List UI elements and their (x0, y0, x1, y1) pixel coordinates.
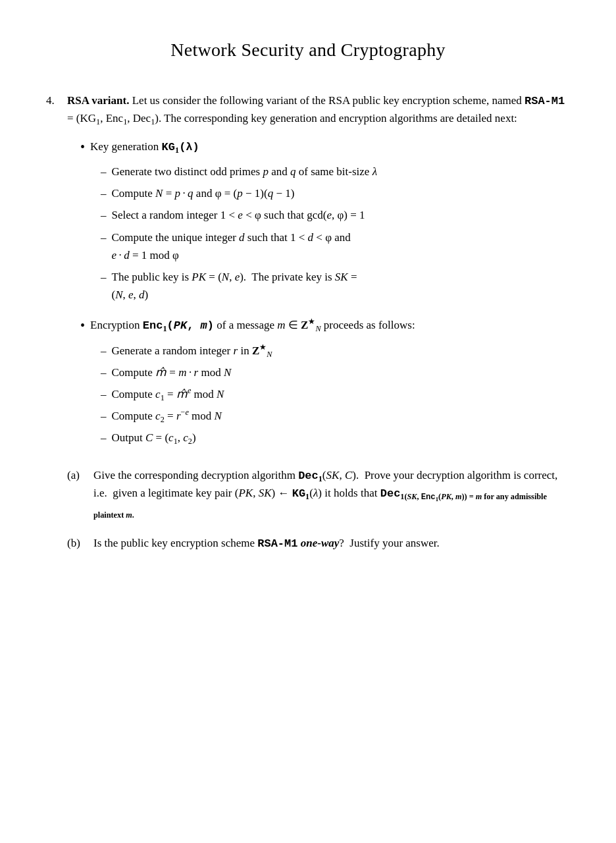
kg1-sub-a: 1 (305, 492, 309, 501)
problem-header: 4. RSA variant. Let us consider the foll… (46, 92, 570, 567)
enc-step-5: – Output C = (c1, c2) (101, 429, 570, 447)
bullet-dot-enc: • (80, 317, 85, 450)
enc-dash-2: – (101, 364, 107, 381)
bullet-keygen-content: Key generation KG1(λ) – Generate two dis… (90, 138, 570, 308)
keygen-step-3: – Select a random integer 1 < e < φ such… (101, 206, 570, 224)
enc-step-3: – Compute c1 = m̂e mod N (101, 385, 570, 403)
bullet-list: • Key generation KG1(λ) – Generate two d… (80, 138, 570, 451)
part-b-body: Is the public key encryption scheme RSA-… (93, 535, 570, 553)
part-a-label: (a) (67, 467, 88, 520)
keygen-step-4: – Compute the unique integer d such that… (101, 229, 570, 264)
rsa-name: RSA-M1 (525, 95, 565, 107)
part-a-body: Give the corresponding decryption algori… (93, 467, 570, 520)
enc-dash-4: – (101, 407, 107, 425)
enc-args: (PK, m) (167, 319, 214, 332)
rsa-dec: , Dec (127, 112, 151, 124)
keygen-mono: KG (162, 141, 175, 153)
problem-body: RSA variant. Let us consider the followi… (67, 92, 570, 567)
dec1-sub-a: 1 (319, 474, 322, 483)
keygen-step-5: – The public key is PK = (N, e). The pri… (101, 268, 570, 304)
enc-of: of a message m ∈ Z★N proceeds as fol­low… (214, 319, 415, 331)
dash-5: – (101, 268, 107, 304)
bullet-enc-content: Encryption Enc1(PK, m) of a message m ∈ … (90, 317, 570, 450)
rsa-enc: , Enc (100, 112, 123, 124)
keygen-step-1: – Generate two distinct odd primes p and… (101, 163, 570, 180)
dash-2: – (101, 184, 107, 202)
dec1-sub-a2: 1(SK, Enc1(PK, m)) = m for any admissibl… (93, 492, 547, 519)
keygen-step-3-text: Select a random integer 1 < e < φ such t… (112, 206, 570, 224)
sub-part-b: (b) Is the public key encryption scheme … (67, 535, 570, 553)
enc-mono: Enc (143, 319, 163, 332)
keygen-step-5-text: The public key is PK = (N, e). The priva… (112, 268, 570, 304)
keygen-label: Key generation (90, 140, 162, 153)
dash-3: – (101, 206, 107, 224)
problem-intro: Let us consider the following variant of… (132, 94, 525, 107)
enc-dash-list: – Generate a random integer r in Z★N – C… (101, 342, 570, 447)
enc-dash-1: – (101, 342, 107, 360)
enc-step-2: – Compute m̂ = m · r mod N (101, 364, 570, 381)
problem-number: 4. (46, 92, 67, 567)
keygen-step-1-text: Generate two distinct odd primes p and q… (112, 163, 570, 180)
keygen-lambda: (λ) (179, 141, 199, 153)
keygen-step-2: – Compute N = p · q and φ = (p − 1)(q − … (101, 184, 570, 202)
keygen-step-2-text: Compute N = p · q and φ = (p − 1)(q − 1) (112, 184, 570, 202)
problem-label: RSA variant. (67, 94, 129, 107)
keygen-dash-list: – Generate two distinct odd primes p and… (101, 163, 570, 304)
keygen-step-4-text: Compute the unique integer d such that 1… (112, 229, 570, 264)
page-title: Network Security and Cryptography (46, 40, 570, 61)
rsa-paren: ). The corresponding key generation and … (155, 112, 517, 124)
enc1-sub-a: 1 (436, 497, 438, 503)
enc-dash-5: – (101, 429, 107, 447)
enc-step-1-text: Generate a random integer r in Z★N (112, 342, 570, 360)
part-b-label: (b) (67, 535, 88, 553)
dash-1: – (101, 163, 107, 180)
bullet-enc: • Encryption Enc1(PK, m) of a message m … (80, 317, 570, 450)
enc-step-4-text: Compute c2 = r−e mod N (112, 407, 570, 425)
rsa-equals: = (KG (67, 112, 96, 124)
enc-step-5-text: Output C = (c1, c2) (112, 429, 570, 447)
enc-step-4: – Compute c2 = r−e mod N (101, 407, 570, 425)
enc-step-2-text: Compute m̂ = m · r mod N (112, 364, 570, 381)
sub-parts: (a) Give the corresponding decryption al… (67, 467, 570, 553)
enc-step-1: – Generate a random integer r in Z★N (101, 342, 570, 360)
problem-4: 4. RSA variant. Let us consider the foll… (46, 92, 570, 567)
enc-label: Encryption (90, 319, 143, 331)
dash-4: – (101, 229, 107, 264)
bullet-dot-keygen: • (80, 138, 85, 308)
enc-dash-3: – (101, 385, 107, 403)
enc-step-3-text: Compute c1 = m̂e mod N (112, 385, 570, 403)
sub-part-a: (a) Give the corresponding decryption al… (67, 467, 570, 520)
bullet-keygen: • Key generation KG1(λ) – Generate two d… (80, 138, 570, 308)
